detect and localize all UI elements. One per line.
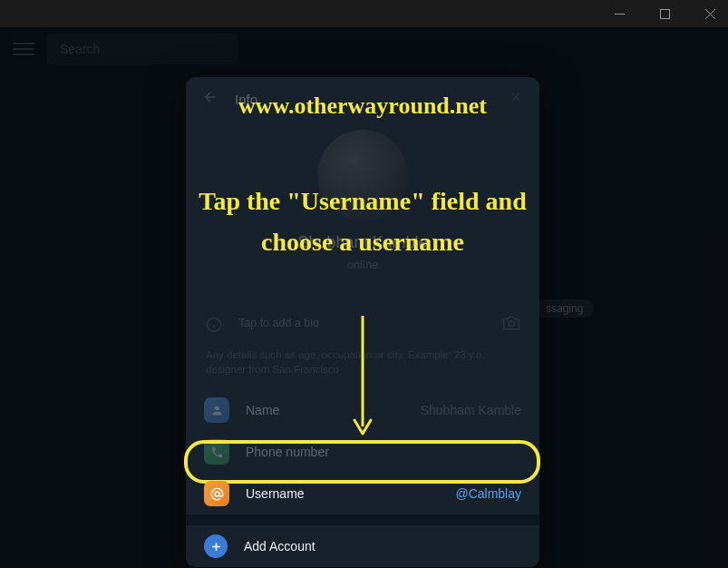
- panel-header: Info: [186, 77, 539, 121]
- username-value: @Calmblay: [455, 486, 521, 501]
- profile-block: Shubham Kamble online: [186, 121, 539, 299]
- at-icon: [204, 481, 229, 506]
- svg-rect-0: [660, 9, 669, 18]
- plus-icon: [204, 534, 228, 558]
- phone-icon: [204, 439, 229, 465]
- add-account-row[interactable]: Add Account: [186, 525, 539, 567]
- name-value: Shubham Kamble: [421, 403, 521, 417]
- close-button[interactable]: [696, 0, 723, 27]
- add-account-label: Add Account: [244, 539, 315, 553]
- bio-text: Tap to add a bio: [238, 315, 319, 332]
- name-row[interactable]: Name Shubham Kamble: [186, 389, 539, 431]
- name-label: Name: [246, 403, 279, 417]
- app-background: ssaging Info Shubham Kamble online Tap t…: [0, 27, 728, 568]
- svg-point-3: [215, 492, 219, 496]
- info-icon: [206, 317, 222, 337]
- svg-point-2: [509, 321, 514, 327]
- minimize-button[interactable]: [606, 0, 633, 27]
- username-label: Username: [246, 486, 305, 501]
- maximize-button[interactable]: [651, 0, 678, 27]
- username-row[interactable]: Username @Calmblay: [186, 473, 539, 514]
- phone-label: Phone number: [246, 445, 329, 459]
- back-arrow-icon[interactable]: [202, 89, 218, 109]
- bio-info-text: Any details such as age, occupation or c…: [186, 344, 539, 389]
- user-icon: [204, 397, 229, 423]
- window-titlebar: [0, 0, 728, 27]
- settings-panel: Info Shubham Kamble online Tap to add a …: [186, 77, 539, 567]
- avatar[interactable]: [317, 130, 408, 220]
- panel-title: Info: [235, 92, 257, 107]
- profile-status: online: [347, 258, 379, 271]
- bio-row[interactable]: Tap to add a bio: [186, 299, 539, 344]
- close-icon[interactable]: [509, 90, 523, 108]
- camera-icon[interactable]: [503, 315, 519, 335]
- separator: [186, 514, 539, 525]
- profile-name: Shubham Kamble: [297, 233, 427, 252]
- phone-row[interactable]: Phone number: [186, 431, 539, 473]
